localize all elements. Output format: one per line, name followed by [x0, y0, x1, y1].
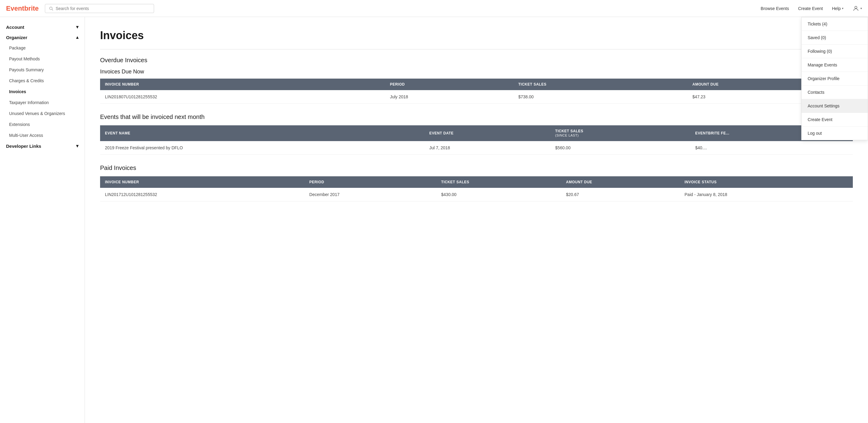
svg-point-2 [855, 6, 857, 8]
next-month-col-header: EVENT NAME [100, 125, 424, 141]
dropdown-item[interactable]: Organizer Profile [802, 72, 868, 86]
dropdown-item[interactable]: Tickets (4) [802, 17, 868, 31]
paid-section-title: Paid Invoices [100, 164, 853, 172]
dropdown-item[interactable]: Saved (0) [802, 31, 868, 44]
dropdown-item[interactable]: Manage Events [802, 58, 868, 72]
user-icon [852, 5, 859, 12]
table-row: LIN201712U101281255532December 2017$430.… [100, 188, 853, 202]
table-cell: December 2017 [305, 188, 436, 202]
sidebar-account-label: Account [6, 25, 24, 30]
next-month-table: EVENT NAMEEVENT DATETICKET SALES(SINCE L… [100, 125, 853, 155]
due-now-col-header: PERIOD [385, 79, 514, 90]
sidebar-item-1[interactable]: Payout Methods [0, 53, 85, 64]
sidebar-developer-chevron: ▾ [76, 143, 79, 149]
layout: Account ▾ Organizer ▴ PackagePayout Meth… [0, 17, 868, 423]
table-cell: July 2018 [385, 90, 514, 104]
sidebar-developer-group[interactable]: Developer Links ▾ [0, 141, 85, 151]
dropdown-item[interactable]: Create Event [802, 113, 868, 126]
table-row: LIN201807U101281255532July 2018$738.00$4… [100, 90, 853, 104]
dropdown-item[interactable]: Account Settings [802, 99, 868, 113]
search-bar[interactable] [45, 4, 154, 13]
sidebar-item-5[interactable]: Taxpayer Information [0, 97, 85, 108]
sidebar-account-chevron: ▾ [76, 24, 79, 30]
next-month-section-title: Events that will be invoiced next month [100, 114, 853, 120]
sidebar-item-0[interactable]: Package [0, 42, 85, 53]
next-month-col-header: EVENT DATE [424, 125, 550, 141]
title-divider [100, 49, 853, 50]
search-icon [49, 6, 53, 11]
logo[interactable]: Eventbrite [6, 5, 39, 12]
user-chevron: ▾ [860, 7, 862, 10]
table-cell: $738.00 [514, 90, 687, 104]
sidebar-item-7[interactable]: Extensions [0, 119, 85, 130]
dropdown-item[interactable]: Following (0) [802, 44, 868, 58]
table-cell: $430.00 [436, 188, 561, 202]
event-link[interactable]: 2019 Freeze Festival presented by DFLO [100, 141, 424, 155]
main-content: Invoices Overdue Invoices Invoices Due N… [85, 17, 868, 423]
table-cell: Paid - January 8, 2018 [680, 188, 853, 202]
paid-col-header: AMOUNT DUE [561, 176, 680, 188]
sidebar-item-6[interactable]: Unused Venues & Organizers [0, 108, 85, 119]
table-cell: $40.... [690, 141, 853, 155]
table-cell: $20.67 [561, 188, 680, 202]
due-now-col-header: TICKET SALES [514, 79, 687, 90]
help-button[interactable]: Help ▾ [832, 6, 843, 11]
page-title: Invoices [100, 29, 853, 42]
paid-col-header: TICKET SALES [436, 176, 561, 188]
due-now-section-title: Invoices Due Now [100, 68, 853, 75]
dropdown-item[interactable]: Log out [802, 126, 868, 140]
svg-line-1 [52, 9, 53, 10]
paid-col-header: INVOICE NUMBER [100, 176, 305, 188]
due-now-table: INVOICE NUMBERPERIODTICKET SALESAMOUNT D… [100, 79, 853, 104]
invoice-link[interactable]: LIN201807U101281255532 [100, 90, 385, 104]
header-nav: Browse Events Create Event Help ▾ ▾ [761, 5, 862, 12]
paid-col-header: PERIOD [305, 176, 436, 188]
search-input[interactable] [56, 6, 150, 11]
sidebar-organizer-label: Organizer [6, 35, 27, 40]
browse-events-link[interactable]: Browse Events [761, 6, 789, 11]
sidebar-account-group[interactable]: Account ▾ [0, 22, 85, 32]
due-now-col-header: INVOICE NUMBER [100, 79, 385, 90]
sidebar-organizer-group[interactable]: Organizer ▴ [0, 32, 85, 42]
svg-point-0 [50, 7, 52, 10]
invoice-link[interactable]: LIN201712U101281255532 [100, 188, 305, 202]
user-dropdown: Tickets (4)Saved (0)Following (0)Manage … [801, 17, 868, 140]
table-cell: Jul 7, 2018 [424, 141, 550, 155]
sidebar-item-2[interactable]: Payouts Summary [0, 64, 85, 75]
help-chevron: ▾ [842, 7, 843, 10]
table-row: 2019 Freeze Festival presented by DFLOJu… [100, 141, 853, 155]
next-month-col-header: TICKET SALES(SINCE LAST) [551, 125, 690, 141]
sidebar-developer-label: Developer Links [6, 144, 41, 149]
sidebar: Account ▾ Organizer ▴ PackagePayout Meth… [0, 17, 85, 423]
dropdown-item[interactable]: Contacts [802, 86, 868, 99]
create-event-link[interactable]: Create Event [798, 6, 823, 11]
paid-table: INVOICE NUMBERPERIODTICKET SALESAMOUNT D… [100, 176, 853, 202]
paid-col-header: INVOICE STATUS [680, 176, 853, 188]
sidebar-item-4[interactable]: Invoices [0, 86, 85, 97]
sidebar-item-8[interactable]: Multi-User Access [0, 130, 85, 141]
table-cell: $560.00 [551, 141, 690, 155]
header: Eventbrite Browse Events Create Event He… [0, 0, 868, 17]
sidebar-organizer-chevron: ▴ [76, 35, 79, 40]
overdue-section-title: Overdue Invoices [100, 57, 853, 64]
sidebar-item-3[interactable]: Charges & Credits [0, 75, 85, 86]
user-button[interactable]: ▾ [852, 5, 862, 12]
